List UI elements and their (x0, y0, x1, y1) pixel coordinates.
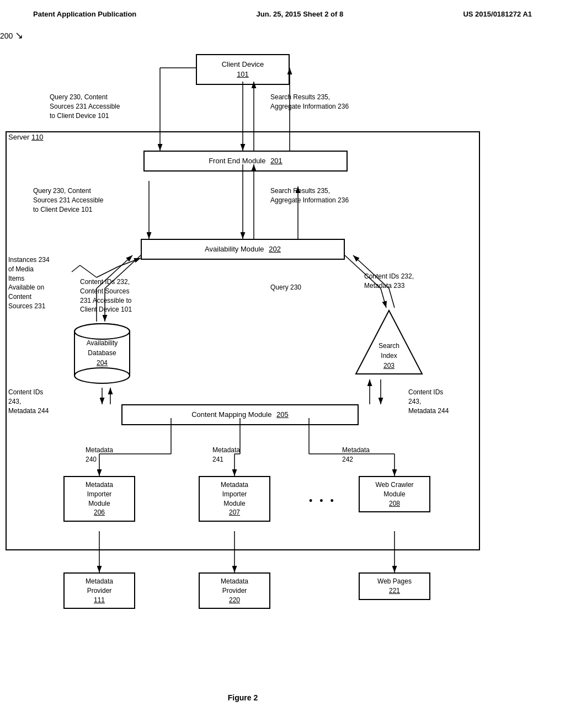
am-line1: Availability Module (205, 245, 264, 253)
mp111-l1: Metadata (69, 577, 130, 586)
client-device-line1: Client Device (204, 60, 282, 69)
mi206-l4: 206 (69, 508, 130, 517)
server-110-label: Server 110 (8, 133, 44, 141)
avail-db-line3: 204 (72, 358, 132, 368)
instances-label: Instances 234of MediaItemsAvailable onCo… (8, 255, 50, 311)
mp220-l3: 220 (204, 596, 265, 605)
diagram-area: 200 ↘ Server 110 Client Device 101 Query… (0, 24, 565, 708)
client-device-box: Client Device 101 (196, 54, 290, 85)
svg-point-4 (74, 368, 130, 383)
client-device-line2: 101 (204, 69, 282, 79)
fem-line1: Front End Module (209, 157, 265, 165)
metadata-242-label: Metadata242 (342, 446, 370, 464)
front-end-module-box: Front End Module 201 (143, 151, 348, 172)
query-230-center: Query 230 (270, 283, 301, 292)
metadata-importer-206-box: Metadata Importer Module 206 (63, 476, 135, 522)
content-ids-sources-left: Content IDs 232,Content Sources231 Acces… (80, 277, 132, 314)
content-ids-243-left: Content IDs243,Metadata 244 (8, 388, 49, 415)
wc208-l2: Module (364, 490, 425, 499)
search-results-from-fem: Search Results 235,Aggregate Information… (270, 186, 349, 205)
mp111-l3: 111 (69, 596, 130, 605)
ellipsis: • • • (309, 495, 336, 507)
content-ids-243-right: Content IDs243,Metadata 244 (408, 388, 449, 415)
figure-caption: Figure 2 (0, 693, 486, 702)
svg-point-5 (74, 324, 130, 339)
label-200: 200 ↘ (0, 29, 23, 41)
search-results-from-client: Search Results 235,Aggregate Information… (270, 93, 349, 111)
web-crawler-208-box: Web Crawler Module 208 (359, 476, 430, 512)
mi207-l2: Importer (204, 490, 265, 499)
header-center: Jun. 25, 2015 Sheet 2 of 8 (257, 10, 344, 18)
mi206-l2: Importer (69, 490, 130, 499)
metadata-240-label: Metadata240 (86, 446, 113, 464)
availability-database: Availability Database 204 (72, 322, 132, 389)
page-header: Patent Application Publication Jun. 25, … (0, 0, 565, 24)
mi207-l3: Module (204, 499, 265, 508)
wp221-l1: Web Pages (364, 577, 425, 586)
metadata-importer-207-box: Metadata Importer Module 207 (199, 476, 270, 522)
content-ids-meta-right: Content IDs 232,Metadata 233 (364, 272, 414, 291)
fem-line2: 201 (270, 157, 282, 165)
cmm-line2: 205 (276, 410, 289, 419)
search-index-line1: Search (353, 341, 425, 351)
search-index: Search Index 203 (353, 308, 425, 381)
wc208-l1: Web Crawler (364, 480, 425, 490)
query-to-client-left: Query 230, ContentSources 231 Accessible… (50, 93, 120, 120)
avail-db-line2: Database (72, 348, 132, 358)
header-left: Patent Application Publication (33, 10, 136, 18)
am-line2: 202 (269, 245, 281, 253)
metadata-241-label: Metadata241 (212, 446, 240, 464)
mp220-l1: Metadata (204, 577, 265, 586)
search-index-line2: Index (353, 351, 425, 361)
metadata-provider-111-box: Metadata Provider 111 (63, 572, 135, 609)
cmm-line1: Content Mapping Module (191, 410, 271, 419)
wp221-l2: 221 (364, 586, 425, 596)
mi206-l1: Metadata (69, 480, 130, 490)
mp220-l2: Provider (204, 586, 265, 596)
availability-module-box: Availability Module 202 (141, 239, 345, 260)
mi206-l3: Module (69, 499, 130, 508)
search-index-line3: 203 (353, 361, 425, 371)
query-to-fem-left: Query 230, ContentSources 231 Accessible… (33, 186, 103, 214)
web-pages-221-box: Web Pages 221 (359, 572, 430, 600)
mi207-l4: 207 (204, 508, 265, 517)
avail-db-line1: Availability (72, 338, 132, 348)
wc208-l3: 208 (364, 499, 425, 508)
metadata-provider-220-box: Metadata Provider 220 (199, 572, 270, 609)
header-right: US 2015/0181272 A1 (463, 10, 532, 18)
content-mapping-module-box: Content Mapping Module 205 (121, 404, 359, 425)
mp111-l2: Provider (69, 586, 130, 596)
mi207-l1: Metadata (204, 480, 265, 490)
